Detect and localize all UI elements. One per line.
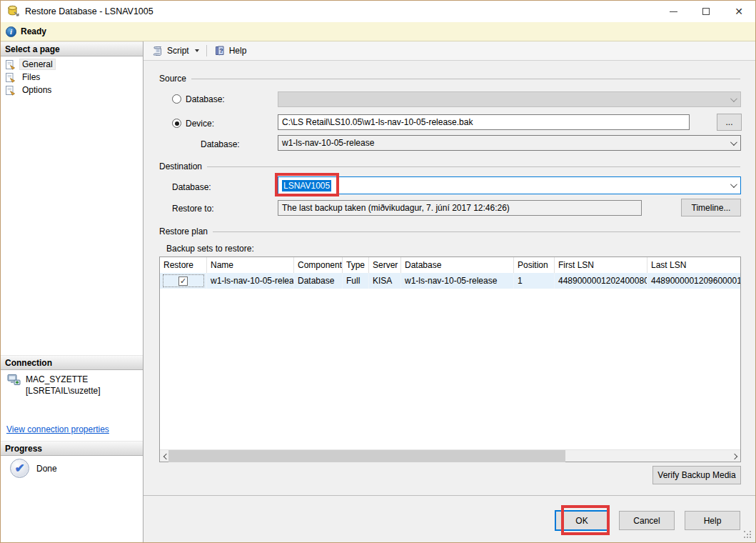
scrollbar-thumb[interactable]	[168, 450, 565, 462]
destination-group-label: Destination	[159, 161, 740, 171]
destination-database-label: Database:	[172, 182, 211, 192]
script-button[interactable]: Script	[149, 44, 202, 58]
source-device-radio[interactable]	[172, 119, 181, 128]
sidebar-item-options[interactable]: Options	[1, 84, 143, 96]
done-check-icon: ✔	[10, 459, 29, 478]
col-restore[interactable]: Restore	[160, 257, 207, 273]
col-server[interactable]: Server	[369, 257, 401, 273]
col-name[interactable]: Name	[207, 257, 294, 273]
chevron-down-icon	[195, 49, 199, 52]
minimize-icon	[670, 11, 677, 12]
help-icon: ?	[214, 45, 226, 56]
table-header-row: Restore Name Component Type Server Datab…	[160, 257, 740, 273]
sidebar-item-label: Options	[20, 85, 54, 95]
verify-backup-media-button[interactable]: Verify Backup Media	[652, 466, 741, 484]
table-row[interactable]: ✓ w1-ls-nav-10-05-release Database Full …	[160, 273, 740, 289]
restore-to-value: The last backup taken (miðvikudagur, 7. …	[282, 203, 510, 213]
col-first-lsn[interactable]: First LSN	[555, 257, 647, 273]
close-icon: ✕	[735, 6, 743, 16]
source-db-name-combo[interactable]: w1-ls-nav-10-05-release	[278, 135, 741, 151]
window-title: Restore Database - LSNAV1005	[25, 6, 153, 16]
restore-database-icon	[7, 5, 20, 18]
horizontal-scrollbar[interactable]	[160, 449, 740, 462]
sidebar-item-label: General	[20, 59, 55, 69]
resize-grip[interactable]	[744, 531, 752, 539]
destination-database-combo[interactable]: LSNAV1005	[278, 176, 741, 194]
annotation-highlight-ok	[561, 505, 610, 535]
status-strip: i Ready	[1, 22, 755, 41]
source-database-radio[interactable]	[172, 94, 181, 104]
sidebar-item-label: Files	[20, 72, 42, 82]
cell-first-lsn: 4489000001202400080	[555, 273, 647, 289]
col-type[interactable]: Type	[343, 257, 369, 273]
page-icon	[5, 85, 16, 96]
progress-status-text: Done	[36, 464, 57, 474]
cancel-button[interactable]: Cancel	[619, 511, 675, 530]
source-database-combo	[278, 91, 741, 107]
server-icon	[7, 374, 21, 386]
cell-component: Database	[294, 273, 343, 289]
col-database[interactable]: Database	[401, 257, 514, 273]
toolbar-separator	[206, 45, 207, 56]
help-dialog-button[interactable]: Help	[685, 511, 740, 530]
title-bar[interactable]: Restore Database - LSNAV1005 ✕	[1, 1, 755, 22]
restore-to-label: Restore to:	[172, 204, 214, 214]
source-db-name-value: w1-ls-nav-10-05-release	[282, 138, 374, 148]
col-component[interactable]: Component	[294, 257, 343, 273]
sidebar-item-general[interactable]: General	[1, 58, 143, 71]
annotation-highlight-database	[275, 173, 339, 196]
connection-login: [LSRETAIL\suzette]	[26, 385, 101, 397]
connection-header: Connection	[1, 355, 143, 370]
status-text: Ready	[21, 26, 46, 36]
chevron-down-icon	[730, 95, 737, 102]
view-connection-properties-link[interactable]: View connection properties	[6, 424, 109, 434]
sidebar: Select a page General Files Options Conn…	[1, 41, 143, 542]
main-panel: Script ? Help Source Database:	[143, 41, 755, 542]
timeline-button-label: Timeline...	[692, 203, 731, 213]
chevron-right-icon	[731, 453, 737, 459]
svg-text:?: ?	[219, 47, 223, 54]
source-db-name-label: Database:	[201, 139, 240, 149]
toolbar: Script ? Help	[143, 41, 755, 61]
chevron-down-icon	[730, 139, 737, 146]
source-device-radio-label: Device:	[186, 119, 214, 129]
help-button[interactable]: ? Help	[211, 44, 250, 58]
help-dialog-button-label: Help	[704, 516, 722, 526]
restore-to-value-box: The last backup taken (miðvikudagur, 7. …	[278, 200, 642, 216]
page-icon	[5, 72, 16, 83]
chevron-down-icon	[730, 181, 737, 188]
timeline-button[interactable]: Timeline...	[681, 199, 741, 216]
close-button[interactable]: ✕	[722, 1, 755, 22]
cell-type: Full	[343, 273, 369, 289]
verify-backup-media-label: Verify Backup Media	[657, 470, 735, 480]
cancel-button-label: Cancel	[633, 516, 660, 526]
col-position[interactable]: Position	[514, 257, 555, 273]
script-icon	[152, 45, 163, 56]
progress-header: Progress	[1, 441, 143, 456]
maximize-icon	[702, 8, 710, 15]
browse-button[interactable]: ...	[717, 114, 742, 131]
cell-last-lsn: 4489000001209600001	[647, 273, 740, 289]
source-group-label: Source	[159, 74, 740, 84]
device-path-input[interactable]: C:\LS Retail\LS10.05\w1-ls-nav-10-05-rel…	[278, 114, 690, 130]
restore-database-dialog: Restore Database - LSNAV1005 ✕ i Ready S…	[0, 0, 756, 543]
scroll-right-arrow[interactable]	[728, 450, 740, 462]
help-button-label: Help	[229, 46, 247, 56]
source-database-radio-label: Database:	[186, 94, 225, 104]
restore-checkbox[interactable]: ✓	[178, 277, 188, 286]
progress-status: ✔ Done	[10, 459, 57, 478]
backup-sets-table: Restore Name Component Type Server Datab…	[159, 256, 741, 462]
sidebar-item-files[interactable]: Files	[1, 71, 143, 84]
col-last-lsn[interactable]: Last LSN	[647, 257, 740, 273]
maximize-button[interactable]	[690, 1, 722, 22]
restore-plan-group-label: Restore plan	[159, 226, 740, 236]
cell-position: 1	[514, 273, 555, 289]
cell-server: KISA	[369, 273, 401, 289]
cell-name: w1-ls-nav-10-05-release	[207, 273, 294, 289]
script-button-label: Script	[167, 46, 189, 56]
restore-checkbox-focus: ✓	[163, 274, 204, 287]
minimize-button[interactable]	[657, 1, 690, 22]
bottom-divider	[143, 495, 755, 496]
connection-info: MAC_SYZETTE [LSRETAIL\suzette]	[7, 374, 101, 397]
select-a-page-header: Select a page	[1, 41, 143, 56]
